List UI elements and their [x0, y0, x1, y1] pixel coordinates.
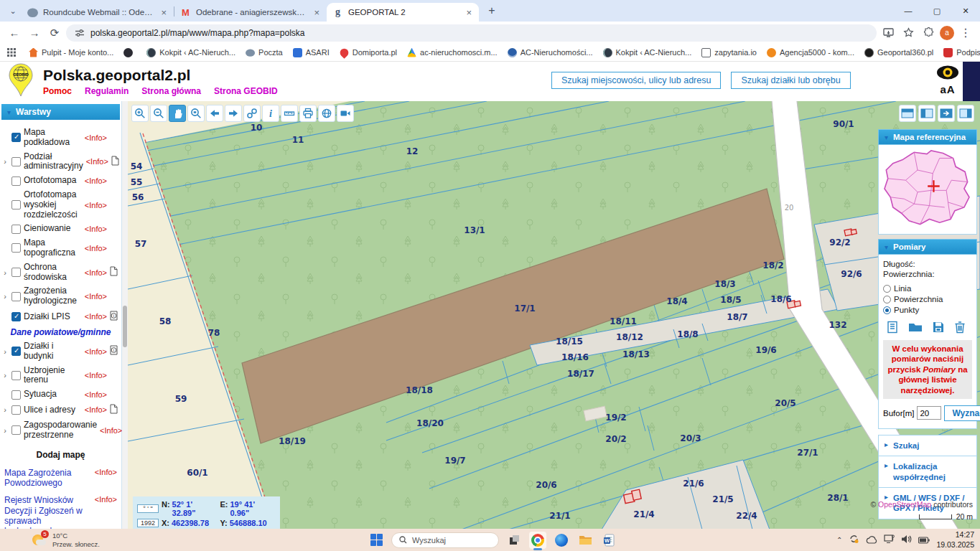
bookmark-item[interactable]: Pulpit - Moje konto... — [24, 47, 118, 59]
battery-tray-icon[interactable] — [918, 534, 930, 547]
browser-menu-icon[interactable]: ⋮ — [957, 24, 974, 42]
expand-icon[interactable]: › — [1, 426, 9, 435]
font-size-toggle[interactable]: aA — [935, 83, 960, 95]
flood-map-link[interactable]: Mapa Zagrożenia Powodziowego — [4, 468, 92, 489]
bookmark-item[interactable]: ASARI — [289, 47, 334, 59]
weather-widget[interactable]: 5 10°C Przew. słonecz. — [32, 532, 100, 549]
taskbar-clock[interactable]: 14:27 19.03.2025 — [936, 530, 974, 550]
layer-info-link[interactable]: <Info> — [95, 468, 117, 476]
menu-strona-geobid[interactable]: Strona GEOBID — [214, 86, 278, 96]
layer-checkbox[interactable] — [11, 371, 21, 380]
layer-info-link[interactable]: <Info> — [85, 292, 107, 301]
volume-tray-icon[interactable] — [901, 534, 912, 547]
expand-icon[interactable]: › — [1, 268, 9, 277]
layer-info-link[interactable]: <Info> — [85, 405, 107, 414]
layer-info-link[interactable]: <Info> — [85, 268, 107, 277]
sync-tray-icon[interactable] — [849, 534, 859, 547]
bookmark-item[interactable]: Poczta — [241, 47, 287, 59]
print-button[interactable] — [299, 105, 317, 122]
layer-info-link[interactable]: <Info> — [85, 312, 107, 321]
edge-taskbar-icon[interactable] — [553, 532, 570, 549]
info-tool-button[interactable]: i — [262, 105, 279, 122]
tab-search-icon[interactable]: ⌄ — [4, 2, 22, 19]
bookmark-item[interactable]: AC-Nieruchomości... — [503, 47, 597, 59]
reload-button[interactable]: ⟳ — [46, 24, 63, 42]
chrome-taskbar-icon[interactable] — [529, 532, 546, 549]
legend-doc-icon[interactable] — [110, 266, 118, 278]
forward-button[interactable]: → — [26, 24, 43, 42]
layer-checkbox[interactable] — [11, 133, 21, 142]
open-folder-icon[interactable] — [908, 321, 923, 335]
legend-info-doc-icon[interactable]: i — [110, 345, 118, 357]
layer-checkbox[interactable] — [11, 312, 21, 321]
window-close-button[interactable]: ✕ — [951, 0, 980, 22]
link-button[interactable] — [243, 105, 261, 122]
geobid-logo[interactable]: GEOBID — [7, 63, 34, 100]
address-bar[interactable]: polska.geoportal2.pl/map/www/mapa.php?ma… — [66, 24, 877, 42]
section-lokalizacja[interactable]: ▸ Lokalizacja współrzędnej — [878, 456, 977, 488]
layer-checkbox[interactable] — [11, 405, 21, 415]
measure-tool-button[interactable] — [281, 105, 298, 122]
apps-grid-icon[interactable] — [7, 44, 16, 61]
layer-info-link[interactable]: <Info> — [100, 426, 122, 435]
taskbar-search[interactable]: Wyszukaj — [391, 532, 499, 548]
menu-pomoc[interactable]: Pomoc — [43, 86, 72, 96]
radio-line[interactable]: Linia — [883, 284, 911, 293]
file-explorer-icon[interactable] — [577, 532, 594, 549]
tab-close-icon[interactable]: × — [159, 7, 168, 18]
profile-avatar[interactable]: a — [940, 26, 954, 40]
layers-panel-header[interactable]: ▾ Warstwy — [1, 104, 120, 120]
reference-map-header[interactable]: ▾ Mapa referencyjna — [878, 129, 977, 145]
tab-geoportal-active[interactable]: g GEOPORTAL 2 × — [327, 3, 479, 22]
next-view-button[interactable] — [225, 105, 242, 122]
expand-right-panel-button[interactable] — [938, 105, 955, 122]
layer-info-link[interactable]: <Info> — [85, 371, 107, 380]
new-tab-button[interactable]: + — [483, 2, 500, 19]
layer-checkbox[interactable] — [11, 390, 21, 400]
toggle-top-panel-button[interactable] — [899, 105, 916, 122]
start-button[interactable] — [368, 532, 385, 549]
bookmark-item[interactable] — [119, 47, 141, 59]
layer-checkbox[interactable] — [11, 176, 21, 186]
window-minimize-button[interactable]: — — [894, 0, 923, 22]
site-settings-icon[interactable] — [75, 29, 85, 37]
layer-checkbox[interactable] — [11, 243, 21, 253]
layer-info-link[interactable]: <Info> — [85, 133, 107, 142]
save-icon[interactable] — [932, 321, 945, 335]
crs-badge[interactable]: 1992 — [137, 519, 159, 527]
map-viewport[interactable]: 20 10 11 12 13/1 17/1 54 55 — [128, 101, 980, 529]
word-document-icon[interactable]: W — [600, 532, 617, 549]
display-tray-icon[interactable] — [884, 534, 895, 547]
dms-badge[interactable]: ° ' " — [137, 504, 159, 513]
buffer-apply-button[interactable]: Wyznacz — [944, 405, 980, 421]
legend-doc-icon[interactable] — [111, 156, 120, 168]
zoom-extent-button[interactable] — [187, 105, 205, 122]
layer-checkbox[interactable] — [11, 425, 21, 435]
previous-view-button[interactable] — [206, 105, 223, 122]
layer-checkbox[interactable] — [11, 268, 21, 277]
radio-area[interactable]: Powierzchnia — [883, 295, 943, 303]
osm-link[interactable]: OpenStreetMap — [878, 500, 931, 509]
tab-close-icon[interactable]: × — [465, 7, 473, 18]
bookmark-item[interactable]: Agencja5000 - kom... — [762, 47, 859, 59]
map-canvas[interactable]: 20 10 11 12 13/1 17/1 54 55 — [128, 101, 980, 529]
layer-info-link[interactable]: <Info> — [85, 347, 107, 356]
bookmark-item[interactable]: Kokpit ‹ AC-Nieruch... — [599, 47, 696, 59]
sidebar-scrollbar[interactable] — [122, 101, 128, 529]
layer-checkbox[interactable] — [11, 225, 21, 234]
zoom-in-button[interactable] — [131, 105, 149, 122]
expand-icon[interactable]: › — [1, 405, 9, 414]
globe-button[interactable] — [318, 105, 335, 122]
expand-icon[interactable]: › — [1, 347, 9, 356]
tab-close-icon[interactable]: × — [312, 7, 321, 18]
delete-icon[interactable] — [954, 321, 966, 335]
window-maximize-button[interactable]: ▢ — [923, 0, 951, 22]
layer-info-link[interactable]: <Info> — [85, 390, 107, 399]
bookmark-item[interactable]: ac-nieruchomosci.m... — [403, 47, 502, 59]
layer-info-link[interactable]: <Info> — [85, 244, 107, 253]
report-icon[interactable] — [886, 321, 899, 335]
menu-regulamin[interactable]: Regulamin — [85, 86, 129, 96]
layer-checkbox[interactable] — [11, 292, 21, 301]
accessibility-toggle[interactable]: aA — [935, 65, 960, 95]
layer-info-link[interactable]: <Info> — [86, 157, 108, 166]
